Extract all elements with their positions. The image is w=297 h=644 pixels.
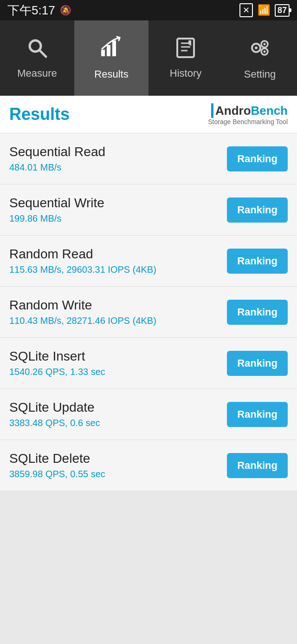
tab-setting[interactable]: Setting xyxy=(223,20,297,96)
tab-history[interactable]: History xyxy=(148,20,223,96)
result-row: SQLite Delete3859.98 QPS, 0.55 secRankin… xyxy=(0,440,297,491)
result-name: SQLite Delete xyxy=(9,451,227,466)
svg-line-1 xyxy=(39,50,46,57)
result-name: SQLite Insert xyxy=(9,349,227,364)
result-row: Sequential Write199.86 MB/sRanking xyxy=(0,184,297,236)
result-info: SQLite Update3383.48 QPS, 0.6 sec xyxy=(9,400,227,428)
svg-point-15 xyxy=(264,51,266,53)
ranking-button[interactable]: Ranking xyxy=(227,453,288,478)
brand-name: AndroBench xyxy=(211,103,288,118)
result-row: Random Write110.43 MB/s, 28271.46 IOPS (… xyxy=(0,287,297,338)
result-value: 199.86 MB/s xyxy=(9,213,227,224)
result-row: Sequential Read484.01 MB/sRanking xyxy=(0,133,297,184)
result-info: Sequential Write199.86 MB/s xyxy=(9,196,227,224)
result-name: Sequential Read xyxy=(9,145,227,159)
history-icon xyxy=(174,37,197,63)
result-info: SQLite Delete3859.98 QPS, 0.55 sec xyxy=(9,451,227,480)
bottom-area xyxy=(0,491,297,644)
tab-history-label: History xyxy=(170,67,201,79)
result-name: SQLite Update xyxy=(9,400,227,415)
results-title: Results xyxy=(9,105,70,124)
ranking-button[interactable]: Ranking xyxy=(227,249,288,274)
status-right: ✕ 📶 87 xyxy=(239,3,290,17)
tab-measure[interactable]: Measure xyxy=(0,20,74,96)
result-name: Sequential Write xyxy=(9,196,227,210)
results-icon xyxy=(99,36,123,64)
result-info: Random Write110.43 MB/s, 28271.46 IOPS (… xyxy=(9,298,227,326)
svg-point-13 xyxy=(255,46,258,49)
result-value: 3859.98 QPS, 0.55 sec xyxy=(9,469,227,480)
result-info: SQLite Insert1540.26 QPS, 1.33 sec xyxy=(9,349,227,377)
result-name: Random Read xyxy=(9,247,227,262)
ranking-button[interactable]: Ranking xyxy=(227,197,288,223)
result-value: 484.01 MB/s xyxy=(9,162,227,173)
brand-logo: AndroBench Storage Benchmarking Tool xyxy=(208,103,288,125)
result-value: 110.43 MB/s, 28271.46 IOPS (4KB) xyxy=(9,315,227,326)
status-time: 下午5:17 xyxy=(7,2,55,19)
measure-icon xyxy=(26,37,48,63)
ranking-button[interactable]: Ranking xyxy=(227,300,288,325)
ranking-button[interactable]: Ranking xyxy=(227,146,288,171)
result-value: 115.63 MB/s, 29603.31 IOPS (4KB) xyxy=(9,264,227,275)
result-value: 1540.26 QPS, 1.33 sec xyxy=(9,367,227,377)
svg-point-14 xyxy=(264,43,266,46)
tab-setting-label: Setting xyxy=(244,68,276,80)
result-info: Sequential Read484.01 MB/s xyxy=(9,145,227,173)
svg-rect-2 xyxy=(101,50,105,56)
ranking-button[interactable]: Ranking xyxy=(227,402,288,427)
result-name: Random Write xyxy=(9,298,227,313)
ranking-button[interactable]: Ranking xyxy=(227,351,288,376)
result-info: Random Read115.63 MB/s, 29603.31 IOPS (4… xyxy=(9,247,227,275)
results-header: Results AndroBench Storage Benchmarking … xyxy=(0,96,297,133)
results-list: Sequential Read484.01 MB/sRankingSequent… xyxy=(0,133,297,491)
setting-icon xyxy=(248,36,272,64)
svg-rect-5 xyxy=(177,39,194,57)
sim-icon: ✕ xyxy=(239,3,253,17)
svg-rect-3 xyxy=(107,45,110,56)
wifi-icon: 📶 xyxy=(258,4,270,16)
nav-tabs: Measure Results History xyxy=(0,20,297,96)
result-row: SQLite Update3383.48 QPS, 0.6 secRanking xyxy=(0,389,297,440)
svg-marker-9 xyxy=(188,40,191,46)
result-row: Random Read115.63 MB/s, 29603.31 IOPS (4… xyxy=(0,236,297,287)
tab-results-label: Results xyxy=(94,68,128,80)
result-value: 3383.48 QPS, 0.6 sec xyxy=(9,418,227,428)
svg-rect-4 xyxy=(112,40,116,56)
status-bar: 下午5:17 🔕 ✕ 📶 87 xyxy=(0,0,297,20)
tab-results[interactable]: Results xyxy=(74,20,148,96)
brand-subtitle: Storage Benchmarking Tool xyxy=(208,118,288,125)
tab-measure-label: Measure xyxy=(17,67,57,79)
result-row: SQLite Insert1540.26 QPS, 1.33 secRankin… xyxy=(0,338,297,389)
battery-icon: 87 xyxy=(275,4,290,17)
notification-icon: 🔕 xyxy=(60,5,71,16)
status-left: 下午5:17 🔕 xyxy=(7,2,71,19)
